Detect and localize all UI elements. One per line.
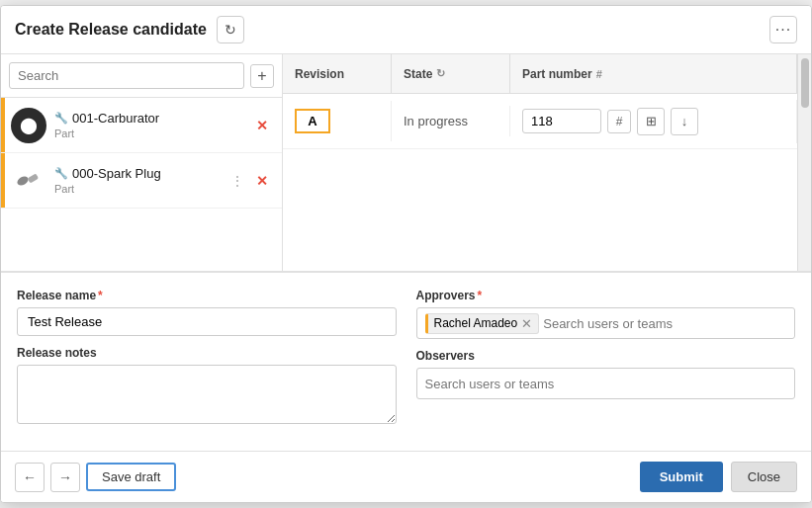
dialog-title: Create Release candidate [15, 21, 207, 39]
right-form-col: Approvers * Rachel Amadeo ✕ Observers [416, 289, 796, 427]
drag-handle[interactable]: ⋮ [230, 173, 244, 189]
carburator-icon: ⬤ [20, 116, 38, 134]
th-partnumber: Part number # [510, 54, 797, 93]
parts-panel: + ⬤ 🔧 001-Carburator Part [1, 54, 283, 271]
table-icon-1: ⊞ [646, 114, 657, 128]
back-button[interactable]: ← [15, 463, 45, 492]
release-notes-textarea[interactable] [17, 365, 397, 424]
hash-icon: # [616, 115, 623, 128]
approvers-label: Approvers * [416, 289, 796, 302]
search-input[interactable] [9, 62, 244, 89]
left-form-col: Release name * Release notes [17, 289, 397, 427]
part-category: Part [54, 127, 244, 139]
table-action-btn-1[interactable]: ⊞ [637, 108, 665, 135]
table-header: Revision State ↻ Part number # [283, 54, 797, 94]
close-button[interactable]: Close [731, 462, 797, 492]
form-area: Release name * Release notes Approvers *… [1, 272, 811, 451]
observers-field[interactable] [416, 368, 796, 399]
part-info: 🔧 001-Carburator Part [54, 111, 244, 139]
approver-tag: Rachel Amadeo ✕ [425, 313, 540, 334]
dialog-footer: ← → Save draft Submit Close [1, 451, 811, 502]
table-body: A In progress # ⊞ [283, 94, 797, 271]
approver-name: Rachel Amadeo [434, 316, 518, 330]
parts-search-row: + [1, 54, 282, 98]
approvers-search-input[interactable] [543, 316, 786, 331]
part-name: 🔧 000-Spark Plug [54, 166, 161, 181]
add-part-button[interactable]: + [250, 64, 274, 88]
td-revision: A [283, 101, 392, 141]
main-scrollbar [797, 54, 811, 271]
state-refresh-icon: ↻ [436, 67, 445, 80]
svg-point-0 [16, 174, 30, 187]
remove-part-button[interactable]: ✕ [252, 171, 272, 191]
submit-button[interactable]: Submit [640, 462, 723, 492]
add-icon: + [257, 67, 266, 85]
release-notes-label: Release notes [17, 346, 397, 360]
part-type-icon: 🔧 [54, 167, 68, 180]
list-item: ⬤ 🔧 001-Carburator Part ✕ [1, 98, 282, 153]
more-icon: ··· [775, 21, 791, 39]
form-row-1: Release name * Release notes Approvers *… [17, 289, 795, 427]
release-name-label: Release name * [17, 289, 397, 302]
hash-header-icon: # [596, 68, 602, 80]
svg-rect-1 [28, 173, 40, 183]
warning-indicator [1, 153, 5, 208]
download-icon: ↓ [681, 114, 688, 128]
forward-button[interactable]: → [50, 463, 80, 492]
td-partnumber: # ⊞ ↓ [510, 100, 797, 143]
main-content-area: + ⬤ 🔧 001-Carburator Part [1, 54, 811, 272]
header-left: Create Release candidate ↻ [15, 16, 244, 43]
create-release-dialog: Create Release candidate ↻ ··· + [0, 5, 812, 503]
part-name: 🔧 001-Carburator [54, 111, 244, 126]
refresh-button[interactable]: ↻ [217, 16, 244, 43]
forward-icon: → [58, 469, 72, 485]
part-info: 🔧 000-Spark Plug Part [11, 163, 223, 199]
observers-label: Observers [416, 349, 796, 363]
parts-list: ⬤ 🔧 001-Carburator Part ✕ [1, 98, 282, 271]
scroll-thumb[interactable] [801, 58, 809, 108]
remove-part-button[interactable]: ✕ [252, 116, 272, 135]
list-item: 🔧 000-Spark Plug Part ⋮ ✕ [1, 153, 282, 209]
th-revision: Revision [283, 54, 392, 93]
observers-search-input[interactable] [425, 377, 787, 391]
table-row: A In progress # ⊞ [283, 94, 797, 149]
required-star: * [98, 289, 103, 302]
part-type-icon: 🔧 [54, 112, 68, 125]
release-name-input[interactable] [17, 307, 397, 336]
remove-approver-button[interactable]: ✕ [521, 316, 532, 331]
table-panel: Revision State ↻ Part number # A [283, 54, 797, 271]
back-icon: ← [23, 469, 37, 485]
more-options-button[interactable]: ··· [769, 16, 797, 43]
td-state: In progress [392, 106, 510, 136]
footer-left: ← → Save draft [15, 463, 176, 492]
refresh-icon: ↻ [225, 22, 236, 38]
table-action-btn-2[interactable]: ↓ [671, 108, 698, 135]
approvers-field[interactable]: Rachel Amadeo ✕ [416, 307, 796, 339]
revision-badge: A [295, 109, 330, 133]
warning-indicator [1, 98, 5, 152]
spark-plug-icon [15, 167, 43, 195]
hash-icon-button[interactable]: # [607, 110, 631, 133]
part-icon: ⬤ [11, 108, 46, 143]
save-draft-button[interactable]: Save draft [86, 463, 176, 491]
part-category: Part [54, 183, 161, 195]
footer-right: Submit Close [640, 462, 797, 492]
required-star-approvers: * [478, 289, 483, 302]
part-number-input[interactable] [522, 109, 601, 133]
dialog-header: Create Release candidate ↻ ··· [1, 6, 811, 54]
th-state: State ↻ [392, 54, 510, 93]
